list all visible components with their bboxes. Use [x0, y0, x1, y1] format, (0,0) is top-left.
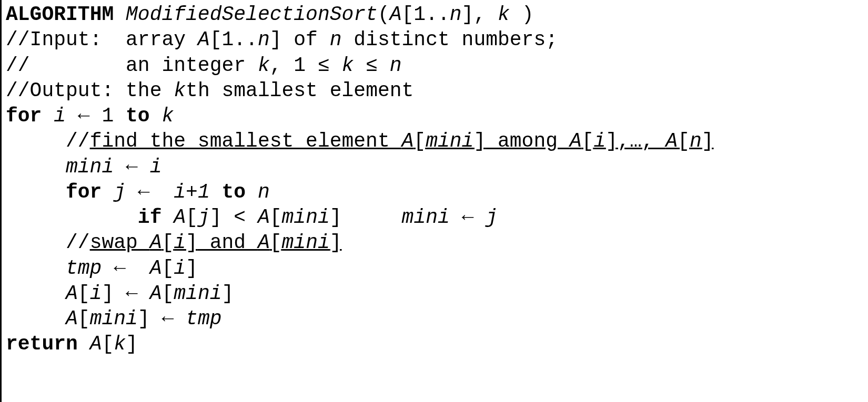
var-n: n: [390, 54, 402, 77]
bracket: ]: [186, 231, 198, 254]
bracket: [: [270, 206, 282, 229]
var-A: A: [66, 282, 78, 305]
expr-i-plus-1: i+1: [174, 181, 209, 203]
var-A: A: [174, 206, 186, 229]
bracket: ]: [330, 206, 342, 229]
var-n: n: [690, 130, 702, 152]
inner-for: for j ← i+1 to n: [6, 180, 868, 205]
var-k: k: [162, 105, 174, 127]
keyword-return: return: [6, 333, 90, 355]
var-j: j: [486, 206, 498, 229]
var-n: n: [450, 3, 462, 26]
text: among: [486, 130, 570, 152]
var-A: A: [570, 130, 582, 152]
var-k: k: [174, 79, 186, 102]
bracket-close: ]: [462, 3, 474, 26]
var-mini: mini: [426, 130, 473, 152]
var-k: k: [258, 54, 270, 77]
var-A: A: [258, 231, 270, 254]
space: [162, 181, 174, 203]
comment-prefix: //Input: array: [6, 28, 198, 51]
bracket: ]: [138, 307, 150, 330]
var-i: i: [150, 156, 162, 178]
mini-init: mini ← i: [6, 154, 868, 180]
comment-output: //Output: the kth smallest element: [6, 78, 868, 104]
var-k: k: [114, 333, 126, 355]
arrow: ←: [114, 282, 149, 305]
bracket: ]: [330, 231, 342, 254]
ellipsis: ,…,: [618, 130, 665, 152]
var-mini: mini: [90, 307, 138, 330]
bracket: [: [582, 130, 594, 152]
bracket: ]: [126, 333, 138, 355]
bracket: [: [162, 282, 174, 305]
arrow: ←: [102, 257, 137, 280]
keyword-to: to: [114, 105, 162, 127]
arrow: ←: [114, 156, 149, 178]
swap-2: A[i] ← A[mini]: [6, 281, 868, 306]
space: [138, 257, 150, 280]
comment-prefix: //Output: the: [6, 79, 174, 102]
var-A: A: [66, 307, 78, 330]
text: , 1 ≤: [270, 54, 342, 77]
text: ] of: [270, 28, 330, 51]
var-A: A: [402, 130, 414, 152]
bracket: [: [78, 282, 90, 305]
bracket: [: [162, 257, 174, 280]
var-i: i: [90, 282, 102, 305]
algorithm-header: ALGORITHM ModifiedSelectionSort(A[1..n],…: [6, 2, 868, 27]
var-tmp: tmp: [186, 307, 221, 330]
algorithm-name: ModifiedSelectionSort: [126, 3, 378, 26]
var-A: A: [198, 28, 210, 51]
if-line: if A[j] < A[mini] mini ← j: [6, 205, 868, 230]
swap-3: A[mini] ← tmp: [6, 306, 868, 332]
text: th smallest element: [186, 79, 413, 102]
comment-slashes: //: [66, 130, 90, 152]
comment-swap: //swap A[i] and A[mini]: [6, 230, 868, 255]
text: ≤: [354, 54, 389, 77]
arrow: ←: [450, 206, 486, 229]
bracket: [: [162, 231, 174, 254]
var-k: k: [342, 54, 354, 77]
text: find the smallest element: [90, 130, 402, 152]
comment-find: //find the smallest element A[mini] amon…: [6, 129, 868, 154]
paren-close: ): [510, 3, 534, 26]
literal-1: 1: [102, 105, 114, 127]
var-A: A: [258, 206, 270, 229]
var-mini: mini: [282, 206, 330, 229]
swap-1: tmp ← A[i]: [6, 256, 868, 281]
comment-slashes: //: [66, 231, 90, 254]
bracket: ]: [473, 130, 486, 152]
algorithm-block: ALGORITHM ModifiedSelectionSort(A[1..n],…: [6, 2, 868, 357]
var-i: i: [54, 105, 66, 127]
text: distinct numbers;: [342, 28, 558, 51]
arrow: ←: [126, 181, 162, 203]
array-A: A: [390, 3, 402, 26]
bracket: ]: [702, 130, 714, 152]
bracket: [: [270, 231, 282, 254]
text: swap: [90, 231, 150, 254]
bracket: ]: [222, 282, 234, 305]
keyword-for: for: [6, 105, 54, 127]
var-A: A: [150, 231, 162, 254]
var-i: i: [174, 231, 186, 254]
outer-for: for i ← 1 to k: [6, 104, 868, 129]
bracket: [: [102, 333, 114, 355]
var-mini: mini: [402, 206, 450, 229]
paren-open: (: [378, 3, 390, 26]
bracket: [1..: [210, 28, 258, 51]
var-j: j: [114, 181, 126, 203]
var-A: A: [90, 333, 102, 355]
var-i: i: [593, 130, 605, 152]
arrow: ←: [66, 105, 102, 127]
bracket: [: [413, 130, 426, 152]
operator-lt: <: [222, 206, 258, 229]
text: and: [198, 231, 258, 254]
var-i: i: [174, 257, 186, 280]
var-mini: mini: [66, 156, 114, 178]
var-j: j: [198, 206, 210, 229]
var-A: A: [150, 257, 162, 280]
bracket: [1..: [402, 3, 450, 26]
bracket: ]: [210, 206, 222, 229]
var-tmp: tmp: [66, 257, 102, 280]
